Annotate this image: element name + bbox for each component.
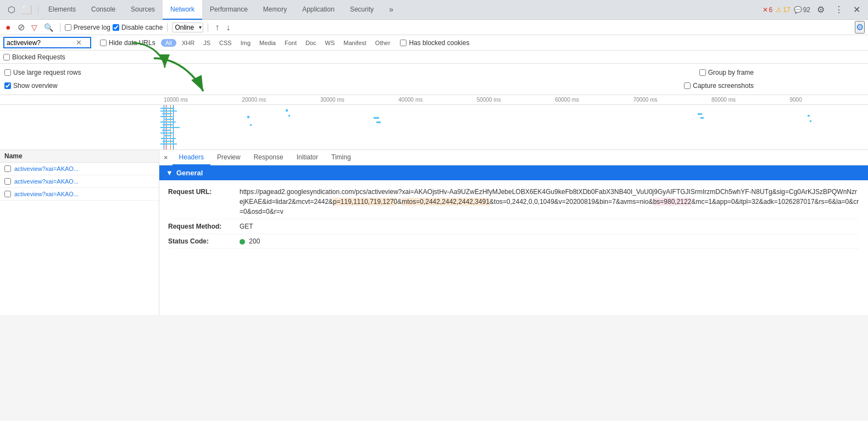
tab-elements[interactable]: Elements [41, 0, 84, 20]
name-header: Name [0, 150, 159, 163]
tab-console[interactable]: Console [84, 0, 123, 20]
has-blocked-cookies-label[interactable]: Has blocked cookies [400, 39, 469, 47]
search-icon[interactable]: 🔍 [42, 22, 55, 33]
filter-xhr[interactable]: XHR [179, 39, 198, 47]
detail-tabs: × Headers Preview Response Initiator Tim… [159, 150, 868, 165]
row-checkbox-2[interactable] [4, 178, 11, 185]
show-overview-label[interactable]: Show overview [4, 82, 58, 90]
filter-other[interactable]: Other [372, 39, 394, 47]
warning-icon: ⚠ [776, 6, 782, 14]
status-code-val: 200 [240, 236, 260, 246]
info-badge: 💬 92 [794, 6, 810, 14]
blocked-row: Blocked Requests [0, 51, 868, 64]
tab-sources[interactable]: Sources [123, 0, 163, 20]
tab-memory[interactable]: Memory [255, 0, 294, 20]
filter-ws[interactable]: WS [322, 39, 338, 47]
list-item[interactable]: activeview?xai=AKAO... [0, 163, 159, 175]
tab-security[interactable]: Security [342, 0, 381, 20]
clear-button[interactable]: ⊘ [15, 21, 27, 34]
capture-screenshots-checkbox[interactable] [684, 82, 691, 89]
group-by-frame-text: Group by frame [708, 69, 754, 76]
cursor-icon[interactable]: ⬡ [4, 2, 19, 17]
detail-content: ▼ General Request URL: https://pagead2.g… [159, 165, 868, 315]
tick-30000: 30000 ms [320, 97, 398, 103]
throttle-select[interactable]: Online [172, 23, 203, 32]
options-row2: Show overview Capture screenshots [4, 79, 864, 92]
filter-all-chip[interactable]: All [161, 39, 176, 47]
filter-media[interactable]: Media [256, 39, 279, 47]
tick-40000: 40000 ms [398, 97, 476, 103]
clear-search-button[interactable]: ✕ [75, 38, 83, 47]
filter-js[interactable]: JS [200, 39, 214, 47]
preserve-log-checkbox[interactable] [65, 24, 71, 31]
has-blocked-cookies-text: Has blocked cookies [409, 39, 469, 47]
large-rows-checkbox[interactable] [4, 69, 11, 76]
waterfall-svg [0, 105, 868, 150]
svg-rect-14 [160, 143, 177, 145]
timeline-area: 10000 ms 20000 ms 30000 ms 40000 ms 5000… [0, 95, 868, 150]
tick-80000: 80000 ms [711, 97, 789, 103]
blocked-requests-label[interactable]: Blocked Requests [3, 53, 65, 61]
import-button[interactable]: ↑ [213, 23, 221, 32]
record-button[interactable]: ● [3, 21, 13, 34]
show-overview-checkbox[interactable] [4, 82, 11, 89]
filter-manifest[interactable]: Manifest [340, 39, 370, 47]
export-button[interactable]: ↓ [224, 23, 232, 32]
svg-rect-21 [698, 113, 702, 115]
filter-font[interactable]: Font [281, 39, 300, 47]
tab-headers[interactable]: Headers [173, 150, 210, 165]
tab-application[interactable]: Application [294, 0, 342, 20]
throttle-select-wrap[interactable]: Online [172, 23, 203, 32]
device-icon[interactable]: ⬜ [19, 3, 36, 17]
svg-rect-24 [810, 120, 811, 122]
general-section-header[interactable]: ▼ General [159, 165, 868, 180]
tab-timing[interactable]: Timing [325, 150, 358, 165]
tab-bar: ⬡ ⬜ Elements Console Sources Network Per… [0, 0, 868, 20]
tab-response[interactable]: Response [247, 150, 290, 165]
timeline-ruler: 10000 ms 20000 ms 30000 ms 40000 ms 5000… [0, 95, 868, 105]
preserve-log-label[interactable]: Preserve log [65, 24, 110, 31]
close-detail-button[interactable]: × [164, 153, 173, 162]
filter-doc[interactable]: Doc [302, 39, 320, 47]
right-panel: × Headers Preview Response Initiator Tim… [159, 150, 868, 315]
row-checkbox-1[interactable] [4, 165, 11, 172]
row-checkbox-3[interactable] [4, 191, 11, 197]
more-icon[interactable]: ⋮ [831, 2, 847, 17]
list-item[interactable]: activeview?xai=AKAO... [0, 175, 159, 188]
hide-data-urls-label[interactable]: Hide data URLs [100, 39, 155, 47]
status-dot [240, 239, 245, 245]
filter-css[interactable]: CSS [216, 39, 235, 47]
disable-cache-label[interactable]: Disable cache [113, 24, 163, 31]
filter-icon[interactable]: ▽ [29, 22, 40, 33]
tab-performance[interactable]: Performance [202, 0, 255, 20]
disable-cache-text: Disable cache [121, 24, 163, 31]
list-item[interactable]: activeview?xai=AKAO... [0, 188, 159, 201]
name-text-3: activeview?xai=AKAO... [14, 191, 79, 197]
close-icon[interactable]: ✕ [850, 2, 864, 17]
message-icon: 💬 [794, 6, 802, 14]
group-by-frame-label[interactable]: Group by frame [699, 69, 754, 76]
tab-network[interactable]: Network [163, 0, 202, 20]
svg-rect-19 [374, 117, 379, 119]
filter-img[interactable]: Img [237, 39, 254, 47]
group-by-frame-checkbox[interactable] [699, 69, 706, 76]
status-code-key: Status Code: [168, 236, 240, 246]
tab-more[interactable]: » [381, 0, 401, 20]
capture-screenshots-label[interactable]: Capture screenshots [684, 82, 754, 90]
hide-data-urls-checkbox[interactable] [100, 40, 107, 46]
svg-rect-8 [160, 127, 180, 128]
tick-60000: 60000 ms [555, 97, 633, 103]
search-input[interactable] [7, 39, 73, 47]
settings-icon[interactable]: ⚙ [814, 2, 828, 17]
disable-cache-checkbox[interactable] [113, 24, 119, 31]
filter-chips: XHR JS CSS Img Media Font Doc WS Manifes… [179, 39, 393, 47]
timeline-chart [0, 105, 868, 150]
has-blocked-cookies-checkbox[interactable] [400, 40, 407, 46]
tick-70000: 70000 ms [633, 97, 711, 103]
tab-preview[interactable]: Preview [210, 150, 247, 165]
blocked-requests-checkbox[interactable] [3, 54, 10, 60]
svg-rect-13 [163, 141, 173, 142]
tab-initiator[interactable]: Initiator [290, 150, 325, 165]
large-rows-label[interactable]: Use large request rows [4, 69, 81, 76]
network-settings-icon[interactable]: ⚙ [855, 21, 865, 34]
